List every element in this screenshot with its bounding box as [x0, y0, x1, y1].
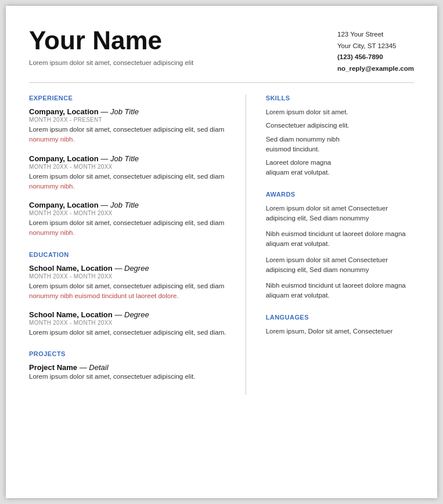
- entry-dates-0: MONTH 20XX - PRESENT: [29, 117, 229, 123]
- awards-title: AWARDS: [266, 191, 414, 198]
- project-detail-0: Detail: [89, 363, 108, 372]
- degree-0: Degree: [124, 264, 149, 273]
- skill-0: Lorem ipsum dolor sit amet.: [266, 107, 414, 117]
- education-entry-0: School Name, Location — Degree MONTH 20X…: [29, 264, 229, 302]
- job-title-0: Job Title: [110, 107, 139, 116]
- company-1: Company, Location: [29, 154, 99, 163]
- project-name-0: Project Name: [29, 363, 77, 372]
- address-line1: 123 Your Street: [337, 29, 414, 41]
- entry-desc-0: Lorem ipsum dolor sit amet, consectetuer…: [29, 125, 229, 145]
- edu-header-1: School Name, Location — Degree: [29, 310, 229, 319]
- project-entry-0: Project Name — Detail Lorem ipsum dolor …: [29, 363, 229, 382]
- column-left: EXPERIENCE Company, Location — Job Title…: [29, 95, 246, 395]
- experience-title: EXPERIENCE: [29, 95, 229, 101]
- section-projects: PROJECTS Project Name — Detail Lorem ips…: [29, 350, 229, 382]
- resume-name: Your Name: [29, 27, 193, 55]
- edu-desc-0: Lorem ipsum dolor sit amet, consectetuer…: [29, 281, 229, 302]
- experience-entry-0: Company, Location — Job Title MONTH 20XX…: [29, 107, 229, 145]
- header-tagline: Lorem ipsum dolor sit amet, consectetuer…: [29, 59, 193, 66]
- education-title: EDUCATION: [29, 251, 229, 258]
- entry-desc-2: Lorem ipsum dolor sit amet, consectetuer…: [29, 218, 229, 238]
- section-awards: AWARDS Lorem ipsum dolor sit amet Consec…: [266, 191, 414, 301]
- award-3: Nibh euismod tincidunt ut laoreet dolore…: [266, 281, 414, 301]
- section-experience: EXPERIENCE Company, Location — Job Title…: [29, 95, 229, 238]
- degree-1: Degree: [124, 310, 149, 319]
- edu-header-0: School Name, Location — Degree: [29, 264, 229, 273]
- award-2: Lorem ipsum dolor sit amet Consectetuer …: [266, 255, 414, 275]
- edu-desc-1: Lorem ipsum dolor sit amet, consectetuer…: [29, 328, 229, 338]
- projects-title: PROJECTS: [29, 350, 229, 357]
- section-education: EDUCATION School Name, Location — Degree…: [29, 251, 229, 338]
- skills-title: SKILLS: [266, 95, 414, 101]
- skill-2: Sed diam nonummy nibheuismod tincidunt.: [266, 135, 414, 155]
- award-0: Lorem ipsum dolor sit amet Consectetuer …: [266, 204, 414, 224]
- separator-0: —: [100, 107, 110, 116]
- email: no_reply@example.com: [337, 63, 414, 75]
- resume-content: EXPERIENCE Company, Location — Job Title…: [29, 95, 414, 395]
- languages-title: LANGUAGES: [266, 314, 414, 321]
- award-1: Nibh euismod tincidunt ut laoreet dolore…: [266, 229, 414, 249]
- edu-separator-1: —: [114, 310, 124, 319]
- entry-dates-1: MONTH 20XX - MONTH 20XX: [29, 164, 229, 170]
- company-2: Company, Location: [29, 201, 99, 209]
- entry-dates-2: MONTH 20XX - MONTH 20XX: [29, 210, 229, 216]
- entry-desc-1: Lorem ipsum dolor sit amet, consectetuer…: [29, 172, 229, 192]
- project-header-0: Project Name — Detail: [29, 363, 229, 372]
- column-right: SKILLS Lorem ipsum dolor sit amet. Conse…: [264, 95, 414, 395]
- edu-separator-0: —: [114, 264, 124, 273]
- resume-page: Your Name Lorem ipsum dolor sit amet, co…: [6, 6, 437, 498]
- entry-header-2: Company, Location — Job Title: [29, 201, 229, 209]
- school-0: School Name, Location: [29, 264, 113, 273]
- section-skills: SKILLS Lorem ipsum dolor sit amet. Conse…: [266, 95, 414, 178]
- separator-1: —: [100, 154, 110, 163]
- header-left: Your Name Lorem ipsum dolor sit amet, co…: [29, 27, 193, 66]
- skill-1: Consectetuer adipiscing elit.: [266, 121, 414, 130]
- experience-entry-2: Company, Location — Job Title MONTH 20XX…: [29, 201, 229, 238]
- job-title-1: Job Title: [110, 154, 139, 163]
- school-1: School Name, Location: [29, 310, 113, 319]
- separator-2: —: [100, 201, 110, 209]
- edu-dates-1: MONTH 20XX - MONTH 20XX: [29, 320, 229, 326]
- proj-separator-0: —: [80, 363, 89, 372]
- header-contact: 123 Your Street Your City, ST 12345 (123…: [337, 27, 414, 74]
- address-line2: Your City, ST 12345: [337, 41, 414, 52]
- languages-text: Lorem ipsum, Dolor sit amet, Consectetue…: [266, 327, 414, 336]
- phone: (123) 456-7890: [337, 52, 414, 63]
- resume-header: Your Name Lorem ipsum dolor sit amet, co…: [29, 27, 414, 83]
- section-languages: LANGUAGES Lorem ipsum, Dolor sit amet, C…: [266, 314, 414, 336]
- education-entry-1: School Name, Location — Degree MONTH 20X…: [29, 310, 229, 338]
- project-desc-0: Lorem ipsum dolor sit amet, consectetuer…: [29, 372, 229, 382]
- entry-header-0: Company, Location — Job Title: [29, 107, 229, 116]
- experience-entry-1: Company, Location — Job Title MONTH 20XX…: [29, 154, 229, 192]
- company-0: Company, Location: [29, 107, 99, 116]
- skill-3: Laoreet dolore magnaaliquam erat volutpa…: [266, 158, 414, 178]
- edu-dates-0: MONTH 20XX - MONTH 20XX: [29, 273, 229, 280]
- job-title-2: Job Title: [110, 201, 139, 209]
- entry-header-1: Company, Location — Job Title: [29, 154, 229, 163]
